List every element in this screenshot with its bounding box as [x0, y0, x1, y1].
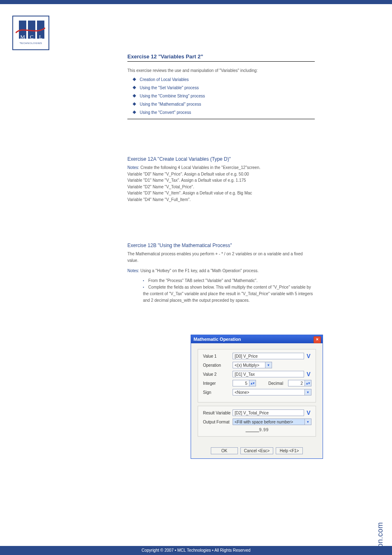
dialog-buttons: OK Cancel <Esc> Help <F1> — [191, 444, 323, 458]
list-item: Creation of Local Variables — [133, 76, 315, 83]
footer-text: Copyright © 2007 • MCL Technologies • Al… — [141, 548, 250, 553]
footer-bar: Copyright © 2007 • MCL Technologies • Al… — [0, 546, 392, 555]
dialog-titlebar: Mathematic Operation × — [191, 335, 323, 343]
sublist: From the "Process" TAB select "Variable"… — [143, 278, 315, 304]
var-line: Variable "D4" Name "V_Full_Item". — [127, 197, 191, 202]
field-decimal[interactable]: 2 — [288, 380, 305, 386]
label-integer: Integer — [203, 381, 233, 386]
spinner-icon[interactable]: ▴▾ — [305, 380, 311, 386]
chevron-down-icon[interactable]: ▾ — [265, 362, 272, 368]
list-item: Using the "Mathematical" process — [133, 101, 315, 108]
field-value2[interactable]: [D1] V_Tax — [233, 371, 304, 377]
label-value2: Value 2 — [203, 372, 233, 377]
field-operation[interactable]: <(x) Multiply> — [233, 362, 265, 368]
section-intro: The Mathematical process enables you per… — [127, 251, 315, 264]
page-title: Exercise 12 "Variables Part 2" — [127, 53, 315, 60]
dialog-title: Mathematic Operation — [194, 337, 241, 342]
dropdown-icon[interactable]: V — [306, 353, 311, 359]
top-bar — [0, 0, 392, 4]
close-icon[interactable]: × — [314, 336, 321, 343]
section-12b: Exercise 12B "Using the Mathematical Pro… — [127, 243, 315, 307]
label-sign: Sign — [203, 390, 233, 395]
feature-list: Creation of Local Variables Using the "S… — [133, 76, 315, 116]
section-heading: Exercise 12A "Create Local Variables (Ty… — [127, 156, 315, 162]
field-result[interactable]: [D2] V_Total_Price — [233, 409, 304, 416]
logo-swoosh — [16, 27, 45, 34]
dropdown-icon[interactable]: V — [306, 409, 311, 416]
field-value1[interactable]: [D0] V_Price — [233, 353, 304, 359]
section-notes: Notes: Using a "Hotkey" on the F1 key, a… — [127, 268, 315, 274]
notes-label: Notes: — [127, 165, 139, 170]
sample-pad: _____ — [246, 428, 259, 432]
section-body: Notes: Create the following 4 Local Vari… — [127, 164, 315, 203]
ok-button[interactable]: OK — [211, 447, 238, 454]
label-operation: Operation — [203, 363, 233, 368]
var-line: Variable "D2" Name "V_Total_Price". — [127, 185, 194, 189]
label-decimal: Decimal — [268, 381, 288, 386]
spinner-icon[interactable]: ▴▾ — [249, 380, 256, 386]
chevron-down-icon[interactable]: ▾ — [305, 389, 311, 395]
label-value1: Value 1 — [203, 354, 233, 358]
section-notes-text: Using a "Hotkey" on the F1 key, add a "M… — [141, 268, 259, 273]
dialog-body: Value 1 [D0] V_Price V Operation <(x) Mu… — [191, 343, 323, 444]
list-item: Using the "Set Variable" process — [133, 84, 315, 92]
title-rule — [127, 61, 315, 62]
list-item: Using the "Combine String" process — [133, 92, 315, 100]
output-group: Result Variable [D2] V_Total_Price V Out… — [198, 406, 316, 437]
label-output: Output Format — [203, 420, 233, 424]
bottom-rule — [127, 119, 315, 119]
intro-line: This exercise reviews the use and manipu… — [127, 67, 315, 74]
list-item: Using the "Convert" process — [133, 109, 315, 116]
cancel-button[interactable]: Cancel <Esc> — [240, 447, 273, 454]
notes-text: Create the following 4 Local Variables i… — [141, 165, 261, 170]
dropdown-icon[interactable]: V — [306, 371, 311, 377]
format-sample: _____9.99 — [203, 428, 311, 432]
input-group: Value 1 [D0] V_Price V Operation <(x) Mu… — [198, 349, 316, 402]
var-line: Variable "D1" Name "V_Tax". Assign a Def… — [127, 178, 246, 183]
section-heading: Exercise 12B "Using the Mathematical Pro… — [127, 243, 315, 248]
field-sign[interactable]: <None> — [233, 389, 305, 395]
mcl-logo: MCL TECHNOLOGIES — [12, 16, 49, 50]
sublist-item: Complete the fields as shown below. This… — [143, 284, 315, 304]
logo-subtext: TECHNOLOGIES — [16, 42, 45, 44]
var-line: Variable "D3" Name "V_Item". Assign a De… — [127, 191, 252, 195]
section-12a: Exercise 12A "Create Local Variables (Ty… — [127, 156, 315, 203]
sample-tail: 9.99 — [259, 428, 269, 432]
field-output[interactable]: <Fill with space before number> — [233, 419, 305, 425]
chevron-down-icon[interactable]: ▾ — [305, 419, 311, 425]
help-button[interactable]: Help <F1> — [276, 447, 303, 454]
var-line: Variable "D0" Name "V_Price". Assign a D… — [127, 172, 249, 176]
main-content: Exercise 12 "Variables Part 2" This exer… — [127, 53, 315, 125]
math-dialog: Mathematic Operation × Value 1 [D0] V_Pr… — [191, 335, 323, 459]
label-result: Result Variable — [203, 411, 233, 415]
sublist-item: From the "Process" TAB select "Variable"… — [143, 278, 315, 284]
field-integer[interactable]: 5 — [233, 380, 249, 386]
